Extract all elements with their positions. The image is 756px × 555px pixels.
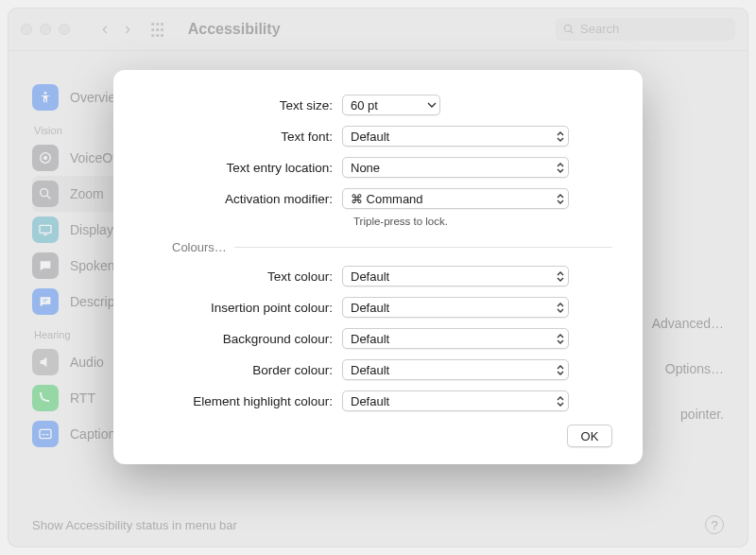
insertion-colour-value: Default xyxy=(351,301,389,315)
stepper-icon xyxy=(556,363,564,376)
text-font-label: Text font: xyxy=(144,130,342,144)
highlight-colour-popup[interactable]: Default xyxy=(342,390,569,411)
activation-note: Triple-press to lock. xyxy=(353,216,612,227)
stepper-icon xyxy=(556,301,564,314)
text-font-popup[interactable]: Default xyxy=(342,126,569,147)
text-colour-value: Default xyxy=(351,269,389,284)
insertion-colour-label: Insertion point colour: xyxy=(144,301,342,315)
entry-location-label: Text entry location: xyxy=(144,161,342,175)
text-colour-popup[interactable]: Default xyxy=(342,266,569,286)
colours-label: Colours… xyxy=(172,240,227,254)
entry-location-value: None xyxy=(351,161,380,175)
text-size-label: Text size: xyxy=(144,98,342,113)
stepper-icon xyxy=(556,130,564,143)
activation-value: ⌘ Command xyxy=(351,192,423,206)
stepper-icon xyxy=(556,269,564,283)
border-colour-value: Default xyxy=(351,363,389,377)
highlight-colour-value: Default xyxy=(351,394,389,408)
background-colour-label: Background colour: xyxy=(144,332,342,346)
activation-label: Activation modifier: xyxy=(144,192,342,206)
text-font-value: Default xyxy=(351,130,389,144)
highlight-colour-label: Element highlight colour: xyxy=(144,394,342,408)
stepper-icon xyxy=(556,332,564,345)
text-size-value: 60 pt xyxy=(351,98,378,113)
background-colour-popup[interactable]: Default xyxy=(342,328,569,349)
border-colour-label: Border colour: xyxy=(144,363,342,377)
chevron-down-icon xyxy=(427,98,436,112)
divider xyxy=(234,247,612,248)
text-size-popup[interactable]: 60 pt xyxy=(342,95,440,115)
entry-location-popup[interactable]: None xyxy=(342,157,569,178)
stepper-icon xyxy=(556,161,564,174)
insertion-colour-popup[interactable]: Default xyxy=(342,297,569,318)
hover-text-options-sheet: Text size: 60 pt Text font: Default Text… xyxy=(113,70,643,464)
colours-section-header: Colours… xyxy=(144,240,612,254)
activation-modifier-popup[interactable]: ⌘ Command xyxy=(342,188,569,209)
stepper-icon xyxy=(556,394,564,408)
border-colour-popup[interactable]: Default xyxy=(342,359,569,380)
background-colour-value: Default xyxy=(351,332,389,346)
stepper-icon xyxy=(556,192,564,205)
text-colour-label: Text colour: xyxy=(144,269,342,284)
ok-button[interactable]: OK xyxy=(567,425,612,447)
